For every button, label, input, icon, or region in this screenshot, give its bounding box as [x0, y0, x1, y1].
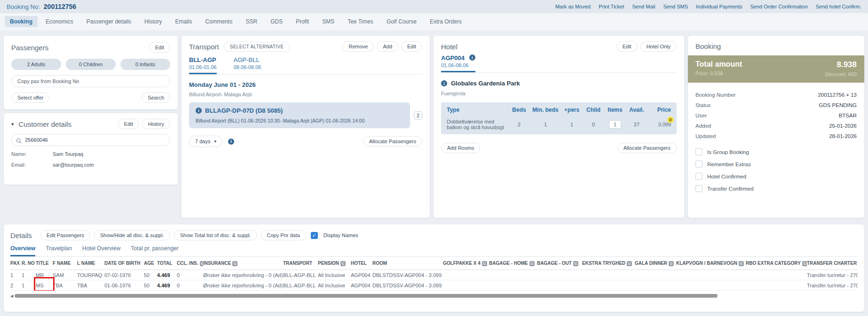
c-icon[interactable]: C: [627, 261, 632, 266]
days-select[interactable]: 7 days ▾: [189, 136, 222, 147]
action-print-ticket[interactable]: Print Ticket: [599, 4, 624, 9]
transport-add-button[interactable]: Add: [377, 41, 398, 52]
tab-passenger-details[interactable]: Passenger details: [81, 16, 136, 27]
action-send-hotel-confirm[interactable]: Send hotel Confirm.: [816, 4, 861, 9]
passengers-edit-button[interactable]: Edit: [149, 42, 170, 53]
transport-leg-bll-agp[interactable]: BLL-AGP01.06-01.06: [189, 56, 217, 74]
count-pill-2-adults[interactable]: 2 Adults: [11, 59, 61, 70]
c-icon[interactable]: C: [529, 261, 535, 266]
c-icon[interactable]: C: [739, 261, 744, 266]
hotel-edit-button[interactable]: Edit: [616, 41, 638, 52]
count-pill-0-infants[interactable]: 0 Infants: [120, 59, 170, 70]
c-icon[interactable]: C: [340, 261, 346, 266]
tab-profit[interactable]: Profit: [291, 16, 314, 27]
tab-gds[interactable]: GDS: [265, 16, 288, 27]
tab-economics[interactable]: Economics: [40, 16, 79, 27]
room-price: 3.099D: [647, 122, 671, 127]
scroll-left-arrow-icon[interactable]: ◀: [10, 294, 13, 298]
transport-leg-agp-bll[interactable]: AGP-BLL08.06-08.06: [234, 56, 261, 74]
customer-history-button[interactable]: History: [142, 119, 170, 129]
flight-card[interactable]: i BLLAGP-DP-07D (D8 5085) Billund Airpor…: [189, 102, 410, 128]
tab-extra-orders[interactable]: Extra Orders: [425, 16, 467, 27]
c-icon[interactable]: C: [669, 261, 674, 266]
checkbox-row-remember-extras[interactable]: Remember Extras: [695, 161, 857, 168]
col-header-insurance: INSURANCEC: [203, 257, 283, 270]
tab-golf-course[interactable]: Golf Course: [381, 16, 422, 27]
table-row[interactable]: 11MRSAMTOURPAQ07-02-1976504.4690Ønsker i…: [10, 270, 858, 280]
total-amount-banner: Total amount Price: 9.538 8.938 Discount…: [688, 55, 864, 83]
info-icon[interactable]: i: [196, 108, 202, 114]
main-content: Passengers Edit 2 Adults0 Children0 Infa…: [0, 30, 868, 218]
action-mark-as-moved[interactable]: Mark as Moved: [555, 4, 591, 9]
copy-pnr-data-button[interactable]: Copy Pnr data: [261, 230, 306, 240]
horizontal-scrollbar[interactable]: ◀: [10, 294, 858, 298]
checkbox-is-group-booking[interactable]: [695, 148, 702, 155]
search-button[interactable]: Search: [142, 92, 170, 103]
add-rooms-button[interactable]: Add Rooms: [441, 143, 480, 153]
hotel-tab-agp004[interactable]: AGP004 i 01.06-08.06: [441, 54, 475, 72]
checkbox-transfer-confirmed[interactable]: [695, 185, 702, 192]
action-individual-payments[interactable]: Individual Payments: [696, 4, 742, 9]
info-icon[interactable]: i: [228, 139, 234, 145]
flight-count-badge[interactable]: 2: [414, 111, 422, 120]
count-pill-0-children[interactable]: 0 Children: [66, 59, 116, 70]
display-names-checkbox[interactable]: ✓: [311, 232, 318, 239]
scrollbar-thumb[interactable]: [15, 294, 718, 298]
collapse-chevron-icon[interactable]: ▾: [11, 121, 14, 127]
col-header-gala-dinner: GALA DINNERC: [635, 257, 676, 270]
tab-comments[interactable]: Comments: [200, 16, 237, 27]
c-icon[interactable]: C: [802, 261, 807, 266]
copy-pax-input[interactable]: [11, 75, 170, 87]
tab-emails[interactable]: Emails: [170, 16, 197, 27]
edit-passengers-button[interactable]: Edit Passengers: [40, 230, 90, 240]
select-offer-button[interactable]: Select offer: [11, 92, 49, 103]
hotel-only-button[interactable]: Hotel Only: [640, 41, 677, 52]
action-send-order-confirmation[interactable]: Send Order Confirmation: [750, 4, 808, 9]
left-column: Passengers Edit 2 Adults0 Children0 Infa…: [4, 36, 178, 218]
booking-summary-panel: Booking Total amount Price: 9.538 8.938 …: [688, 36, 864, 218]
booking-field-status: StatusGDS PENDING: [695, 102, 857, 108]
checkbox-hotel-confirmed[interactable]: [695, 173, 702, 180]
c-icon[interactable]: C: [482, 261, 487, 266]
transport-edit-button[interactable]: Edit: [401, 41, 422, 52]
cell-bagage-out: [537, 280, 582, 290]
checkbox-remember-extras[interactable]: [695, 161, 702, 168]
c-icon[interactable]: C: [200, 261, 203, 266]
details-tab-travelplan[interactable]: Travelplan: [46, 245, 72, 256]
tab-sms[interactable]: SMS: [317, 16, 339, 27]
checkbox-row-transfer-confirmed[interactable]: Transfer Confirmed: [695, 185, 857, 192]
details-tab-overview[interactable]: Overview: [10, 245, 35, 256]
customer-edit-button[interactable]: Edit: [118, 119, 139, 129]
show-hide-all-disc-suppl-button[interactable]: Show/Hide all disc. & suppl.: [94, 230, 170, 240]
transport-title: Transport: [189, 43, 219, 51]
tab-history[interactable]: History: [139, 16, 167, 27]
info-icon[interactable]: i: [469, 54, 475, 61]
customer-search-input[interactable]: [11, 134, 170, 146]
tab-ssr[interactable]: SSR: [240, 16, 262, 27]
transport-remove-button[interactable]: Remove: [342, 41, 374, 52]
total-amount-label: Total amount: [695, 60, 742, 69]
action-send-mail[interactable]: Send Mail: [632, 4, 655, 9]
hotel-allocate-passengers-button[interactable]: Allocate Passengers: [617, 143, 677, 153]
details-tab-hotel-overview[interactable]: Hotel Overview: [82, 245, 120, 256]
details-tab-total-pr-passenger[interactable]: Total pr. passenger: [131, 245, 178, 256]
show-total-list-of-disc-suppl-button[interactable]: Show Total list of disc. & suppl.: [174, 230, 257, 240]
c-icon[interactable]: C: [573, 261, 578, 266]
cell-l-name: TBA: [77, 280, 104, 290]
select-alternative-button[interactable]: SELECT ALTERNATIVE: [224, 42, 290, 52]
room-col-avail: Avail.: [626, 107, 647, 113]
checkbox-row-hotel-confirmed[interactable]: Hotel Confirmed: [695, 173, 857, 180]
transport-allocate-passengers-button[interactable]: Allocate Passengers: [363, 136, 422, 146]
field-label: Added: [695, 123, 711, 129]
checkbox-row-is-group-booking[interactable]: Is Group Booking: [695, 148, 857, 155]
tab-tee-times[interactable]: Tee Times: [342, 16, 379, 27]
checkbox-label: Is Group Booking: [707, 149, 749, 155]
flight-code: BLLAGP-DP-07D (D8 5085): [205, 107, 283, 114]
cell-room: DBLSTDSSV-AGP004 - 3.099: [372, 270, 443, 280]
action-send-sms[interactable]: Send SMS: [663, 4, 688, 9]
tab-booking[interactable]: Booking: [5, 16, 38, 27]
c-icon[interactable]: C: [232, 261, 237, 266]
info-icon[interactable]: i: [441, 80, 447, 86]
room-items-input[interactable]: 1: [609, 120, 621, 129]
table-row[interactable]: 21MSTBATBA01-06-1976504.4690Ønsker ikke …: [10, 280, 858, 290]
